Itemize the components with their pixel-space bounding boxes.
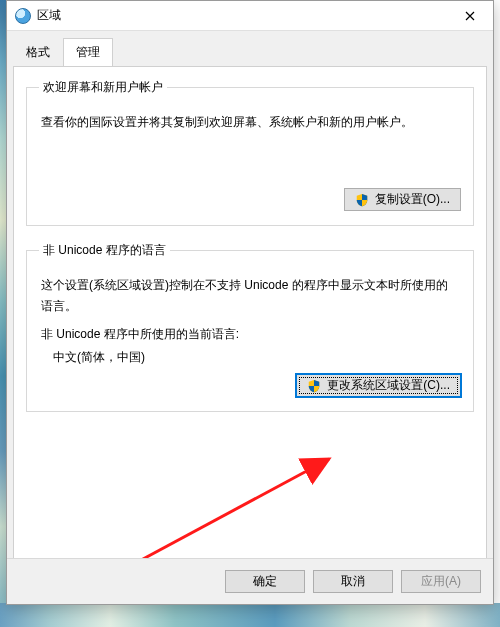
copy-settings-label: 复制设置(O)... bbox=[375, 191, 450, 208]
group-welcome-legend: 欢迎屏幕和新用户帐户 bbox=[39, 79, 167, 96]
change-system-locale-button[interactable]: 更改系统区域设置(C)... bbox=[296, 374, 461, 397]
apply-button[interactable]: 应用(A) bbox=[401, 570, 481, 593]
tab-admin[interactable]: 管理 bbox=[63, 38, 113, 67]
tab-panel-admin: 欢迎屏幕和新用户帐户 查看你的国际设置并将其复制到欢迎屏幕、系统帐户和新的用户帐… bbox=[13, 66, 487, 578]
group-non-unicode-legend: 非 Unicode 程序的语言 bbox=[39, 242, 170, 259]
globe-icon bbox=[15, 8, 31, 24]
region-dialog: 区域 格式 管理 欢迎屏幕和新用户帐户 查看你的国际设置并将其复制到欢迎屏幕、系… bbox=[6, 0, 494, 605]
tab-format[interactable]: 格式 bbox=[13, 38, 63, 67]
welcome-description: 查看你的国际设置并将其复制到欢迎屏幕、系统帐户和新的用户帐户。 bbox=[41, 112, 459, 132]
dialog-footer: 确定 取消 应用(A) bbox=[7, 558, 493, 604]
desktop-background-bottom bbox=[0, 603, 500, 627]
shield-icon bbox=[355, 193, 369, 207]
close-button[interactable] bbox=[447, 1, 493, 31]
non-unicode-description: 这个设置(系统区域设置)控制在不支持 Unicode 的程序中显示文本时所使用的… bbox=[41, 275, 459, 316]
close-icon bbox=[465, 11, 475, 21]
current-locale-value: 中文(简体，中国) bbox=[53, 349, 459, 366]
cancel-button[interactable]: 取消 bbox=[313, 570, 393, 593]
tabstrip: 格式 管理 bbox=[7, 31, 493, 66]
change-locale-label: 更改系统区域设置(C)... bbox=[327, 377, 450, 394]
titlebar: 区域 bbox=[7, 1, 493, 31]
current-locale-label: 非 Unicode 程序中所使用的当前语言: bbox=[41, 326, 459, 343]
ok-button[interactable]: 确定 bbox=[225, 570, 305, 593]
window-title: 区域 bbox=[37, 7, 447, 24]
group-non-unicode: 非 Unicode 程序的语言 这个设置(系统区域设置)控制在不支持 Unico… bbox=[26, 242, 474, 412]
copy-settings-button[interactable]: 复制设置(O)... bbox=[344, 188, 461, 211]
shield-icon bbox=[307, 379, 321, 393]
group-welcome-screen: 欢迎屏幕和新用户帐户 查看你的国际设置并将其复制到欢迎屏幕、系统帐户和新的用户帐… bbox=[26, 79, 474, 226]
